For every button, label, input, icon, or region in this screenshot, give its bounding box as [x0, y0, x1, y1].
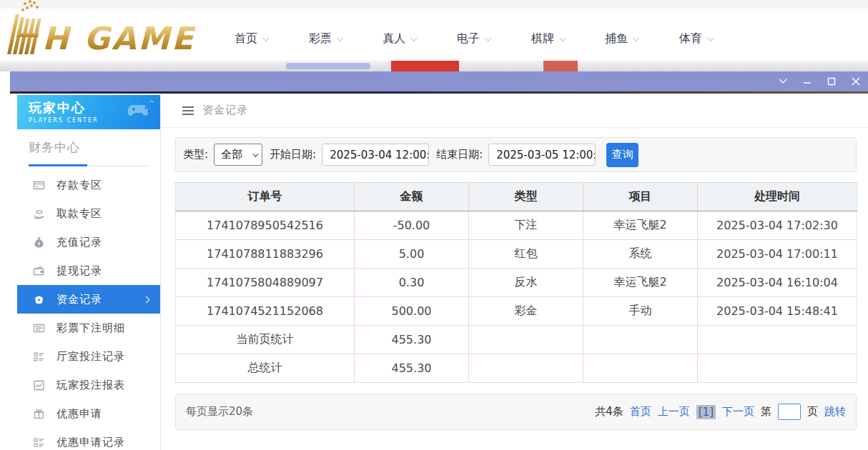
sidebar-item-player-bet-report[interactable]: 玩家投注报表 [17, 371, 160, 399]
jump-page-input[interactable] [778, 404, 801, 420]
cell-empty [583, 326, 698, 354]
cell-order-no: 1741078811883296 [176, 240, 355, 269]
nav-item-live[interactable]: 真人 [383, 31, 415, 46]
page-size-text: 每页显示20条 [186, 405, 253, 419]
chevron-down-icon [262, 34, 270, 41]
jump-button[interactable]: 跳转 [824, 405, 846, 419]
sidebar-section: 财务中心 [17, 129, 160, 166]
window-collapse-icon[interactable] [778, 76, 788, 86]
report-chart-icon [33, 379, 45, 391]
cell-type: 反水 [469, 269, 583, 297]
sidebar-item-label: 充值记录 [56, 236, 102, 249]
sidebar-item-label: 玩家投注报表 [56, 379, 125, 392]
window-maximize-icon[interactable] [827, 76, 837, 86]
banner-image-fragment [543, 61, 578, 71]
cell-empty [583, 354, 698, 383]
list-card-icon [33, 322, 45, 334]
background-banner-sliver [0, 61, 868, 71]
hamburger-menu-icon[interactable] [182, 106, 194, 115]
site-logo[interactable]: H GAME [11, 14, 195, 54]
window-minimize-icon[interactable] [802, 76, 812, 86]
logo-dots-decoration [21, 9, 24, 11]
type-select[interactable]: 全部 [214, 144, 262, 166]
wallet-icon [33, 265, 45, 277]
cell-type: 下注 [469, 211, 583, 240]
next-page-link[interactable]: 下一页 [722, 405, 754, 419]
search-button[interactable]: 查询 [606, 143, 638, 167]
jump-prefix-label: 第 [761, 405, 771, 419]
sidebar-item-label: 资金记录 [56, 293, 102, 306]
nav-item-lottery[interactable]: 彩票 [309, 31, 342, 46]
prev-page-link[interactable]: 上一页 [658, 405, 690, 419]
cell-amount: 500.00 [355, 297, 469, 326]
cell-amount: 0.30 [355, 269, 469, 297]
current-page-indicator: [1] [696, 405, 716, 419]
sidebar-item-recharge-records[interactable]: 充值记录 [17, 228, 160, 256]
breadcrumb: 资金记录 [161, 94, 868, 128]
end-date-input[interactable] [488, 144, 596, 166]
sidebar-item-withdrawal-records[interactable]: 提现记录 [17, 256, 160, 285]
chevron-down-icon [337, 34, 344, 41]
sidebar-item-deposit-zone[interactable]: 存款专区 [17, 171, 160, 199]
cell-type: 彩金 [469, 297, 583, 326]
nav-item-boardgames[interactable]: 棋牌 [531, 31, 564, 46]
nav-item-fishing[interactable]: 捕鱼 [605, 31, 638, 46]
col-header-item: 项目 [583, 183, 698, 211]
window-close-icon[interactable] [851, 76, 861, 86]
table-header-row: 订单号 金额 类型 项目 处理时间 [176, 183, 857, 211]
logo-striped-h [7, 14, 42, 54]
banner-image-fragment [391, 61, 459, 71]
chevron-down-icon [707, 34, 714, 41]
cell-process-time: 2025-03-04 17:00:11 [698, 240, 857, 269]
cell-amount: -50.00 [355, 211, 469, 240]
cell-empty [469, 354, 583, 383]
cell-process-time: 2025-03-04 17:02:30 [698, 211, 857, 240]
sidebar-item-hall-bet-records[interactable]: 厅室投注记录 [17, 342, 160, 371]
start-date-input[interactable] [322, 144, 429, 166]
chevron-right-icon [143, 296, 150, 303]
sidebar-item-label: 优惠申请 [56, 407, 102, 421]
end-date-label: 结束日期: [436, 148, 483, 161]
sidebar-item-fund-records[interactable]: 资金记录 [17, 285, 160, 314]
nav-label: 棋牌 [531, 31, 554, 46]
table-summary-row-current-page: 当前页统计 455.30 [176, 326, 857, 354]
sidebar-menu: 存款专区 取款专区 充值记录 [17, 171, 160, 450]
sidebar-item-label: 厅室投注记录 [56, 350, 125, 364]
nav-item-sports[interactable]: 体育 [679, 31, 712, 46]
first-page-link[interactable]: 首页 [630, 405, 651, 419]
logo-text: H GAME [42, 23, 195, 54]
hand-money-icon [33, 208, 45, 220]
sidebar-banner: 玩家中心 PLAYERS CENTER [17, 95, 160, 129]
cell-process-time: 2025-03-04 16:10:04 [698, 269, 857, 297]
player-center-window: 玩家中心 PLAYERS CENTER 财务中心 存款专区 [10, 71, 868, 450]
type-select-value: 全部 [221, 148, 242, 161]
col-header-amount: 金额 [355, 183, 469, 211]
cell-item: 幸运飞艇2 [583, 269, 698, 297]
nav-item-home[interactable]: 首页 [235, 31, 267, 46]
cell-item: 系统 [583, 240, 698, 269]
sidebar-item-lottery-bet-details[interactable]: 彩票下注明细 [17, 314, 160, 342]
pagination-bar: 每页显示20条 共4条 首页 上一页 [1] 下一页 第 页 跳转 [175, 394, 857, 430]
cell-type: 红包 [469, 240, 583, 269]
cell-empty [698, 326, 857, 354]
pagination-controls: 共4条 首页 上一页 [1] 下一页 第 页 跳转 [595, 404, 846, 420]
sidebar-item-promo-apply[interactable]: 优惠申请 [17, 399, 160, 428]
sidebar-item-promo-apply-records[interactable]: 优惠申请记录 [17, 428, 160, 450]
sidebar: 玩家中心 PLAYERS CENTER 财务中心 存款专区 [17, 95, 161, 450]
sidebar-item-withdraw-zone[interactable]: 取款专区 [17, 199, 160, 228]
page-title: 资金记录 [202, 104, 248, 117]
jump-suffix-label: 页 [807, 405, 818, 419]
chevron-down-icon [559, 34, 566, 41]
sidebar-item-label: 取款专区 [56, 207, 102, 221]
nav-item-slots[interactable]: 电子 [457, 31, 490, 46]
nav-label: 体育 [679, 31, 702, 46]
chevron-down-icon [633, 34, 640, 41]
window-titlebar [10, 71, 868, 91]
cell-order-no: 1741075804889097 [176, 269, 355, 297]
checklist-icon [33, 436, 45, 449]
table-row: 1741075804889097 0.30 反水 幸运飞艇2 2025-03-0… [176, 269, 857, 297]
cell-order-no: 1741074521152068 [176, 297, 355, 326]
gamepad-icon [126, 99, 154, 122]
cell-item: 手动 [583, 297, 698, 326]
sidebar-section-label: 财务中心 [29, 139, 149, 156]
